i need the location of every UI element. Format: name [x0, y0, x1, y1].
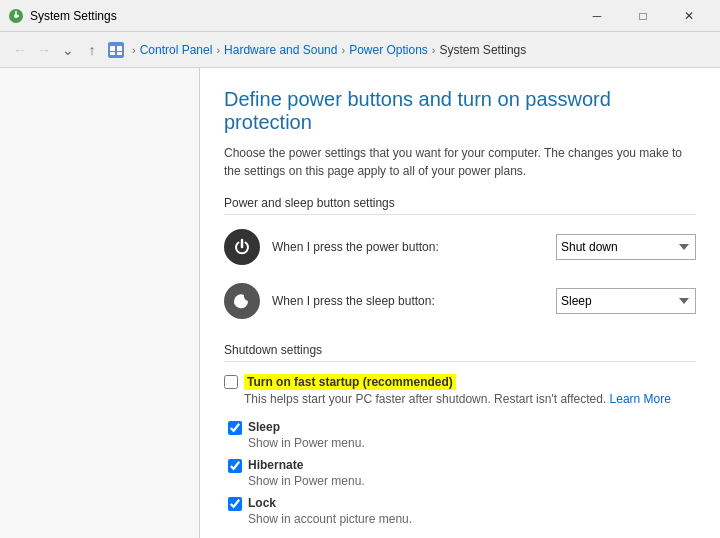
lock-content: Lock Show in account picture menu. — [248, 496, 696, 526]
control-panel-icon — [108, 42, 124, 58]
power-button-row: When I press the power button: Shut down… — [224, 225, 696, 269]
hibernate-checkbox-desc: Show in Power menu. — [248, 474, 696, 488]
breadcrumb-sep-2: › — [341, 44, 345, 56]
hibernate-checkbox[interactable] — [228, 459, 242, 473]
fast-startup-checkbox[interactable] — [224, 375, 238, 389]
svg-rect-6 — [117, 52, 122, 55]
sleep-content: Sleep Show in Power menu. — [248, 420, 696, 450]
minimize-button[interactable]: ─ — [574, 0, 620, 32]
lock-checkbox-wrapper — [228, 497, 242, 511]
power-icon-circle — [224, 229, 260, 265]
hibernate-content: Hibernate Show in Power menu. — [248, 458, 696, 488]
page-description: Choose the power settings that you want … — [224, 144, 696, 180]
sleep-button-dropdown[interactable]: Sleep Hibernate Shut down Turn off the d… — [556, 288, 696, 314]
app-icon — [8, 8, 24, 24]
title-bar-text: System Settings — [30, 9, 117, 23]
sleep-icon-circle — [224, 283, 260, 319]
lock-checkbox-label: Lock — [248, 496, 696, 510]
power-icon — [232, 237, 252, 257]
fast-startup-row: Turn on fast startup (recommended) This … — [224, 374, 696, 408]
fast-startup-desc: This helps start your PC faster after sh… — [244, 391, 696, 408]
breadcrumb-sep-1: › — [216, 44, 220, 56]
close-button[interactable]: ✕ — [666, 0, 712, 32]
breadcrumb-hardware-sound[interactable]: Hardware and Sound — [224, 43, 337, 57]
content-area: Define power buttons and turn on passwor… — [200, 68, 720, 538]
power-button-dropdown[interactable]: Shut down Sleep Hibernate Turn off the d… — [556, 234, 696, 260]
hibernate-checkbox-wrapper — [228, 459, 242, 473]
fast-startup-content: Turn on fast startup (recommended) This … — [244, 374, 696, 408]
sleep-checkbox[interactable] — [228, 421, 242, 435]
nav-bar: ← → ⌄ ↑ › Control Panel › Hardware and S… — [0, 32, 720, 68]
fast-startup-label: Turn on fast startup (recommended) — [244, 374, 456, 390]
sleep-checkbox-desc: Show in Power menu. — [248, 436, 696, 450]
power-button-label: When I press the power button: — [272, 240, 556, 254]
lock-checkbox-desc: Show in account picture menu. — [248, 512, 696, 526]
svg-rect-4 — [117, 46, 122, 51]
dropdown-button[interactable]: ⌄ — [56, 38, 80, 62]
lock-checkbox[interactable] — [228, 497, 242, 511]
power-section-title: Power and sleep button settings — [224, 196, 696, 215]
breadcrumb-sep-0: › — [132, 44, 136, 56]
lock-checkbox-row: Lock Show in account picture menu. — [228, 496, 696, 526]
breadcrumb: › Control Panel › Hardware and Sound › P… — [108, 42, 526, 58]
sleep-checkbox-wrapper — [228, 421, 242, 435]
breadcrumb-system-settings: System Settings — [440, 43, 527, 57]
hibernate-checkbox-label: Hibernate — [248, 458, 696, 472]
sleep-button-row: When I press the sleep button: Sleep Hib… — [224, 279, 696, 323]
fast-startup-desc-text: This helps start your PC faster after sh… — [244, 392, 610, 406]
svg-rect-3 — [110, 46, 115, 51]
sleep-checkbox-row: Sleep Show in Power menu. — [228, 420, 696, 450]
sleep-icon — [232, 291, 252, 311]
forward-button[interactable]: → — [32, 38, 56, 62]
hibernate-checkbox-row: Hibernate Show in Power menu. — [228, 458, 696, 488]
shutdown-section-title: Shutdown settings — [224, 343, 696, 362]
title-bar: System Settings ─ □ ✕ — [0, 0, 720, 32]
learn-more-link[interactable]: Learn More — [610, 392, 671, 406]
sub-checkbox-group: Sleep Show in Power menu. Hibernate Show… — [228, 420, 696, 526]
title-bar-buttons: ─ □ ✕ — [574, 0, 712, 32]
svg-point-1 — [14, 14, 18, 18]
power-sleep-section: Power and sleep button settings When I p… — [224, 196, 696, 323]
back-button[interactable]: ← — [8, 38, 32, 62]
sidebar — [0, 68, 200, 538]
main-container: Define power buttons and turn on passwor… — [0, 68, 720, 538]
fast-startup-checkbox-wrapper — [224, 375, 238, 389]
shutdown-settings-section: Shutdown settings Turn on fast startup (… — [224, 343, 696, 526]
breadcrumb-sep-3: › — [432, 44, 436, 56]
page-title: Define power buttons and turn on passwor… — [224, 88, 696, 134]
sleep-button-label: When I press the sleep button: — [272, 294, 556, 308]
breadcrumb-control-panel[interactable]: Control Panel — [140, 43, 213, 57]
up-button[interactable]: ↑ — [80, 38, 104, 62]
svg-rect-5 — [110, 52, 115, 55]
sleep-checkbox-label: Sleep — [248, 420, 696, 434]
breadcrumb-power-options[interactable]: Power Options — [349, 43, 428, 57]
maximize-button[interactable]: □ — [620, 0, 666, 32]
